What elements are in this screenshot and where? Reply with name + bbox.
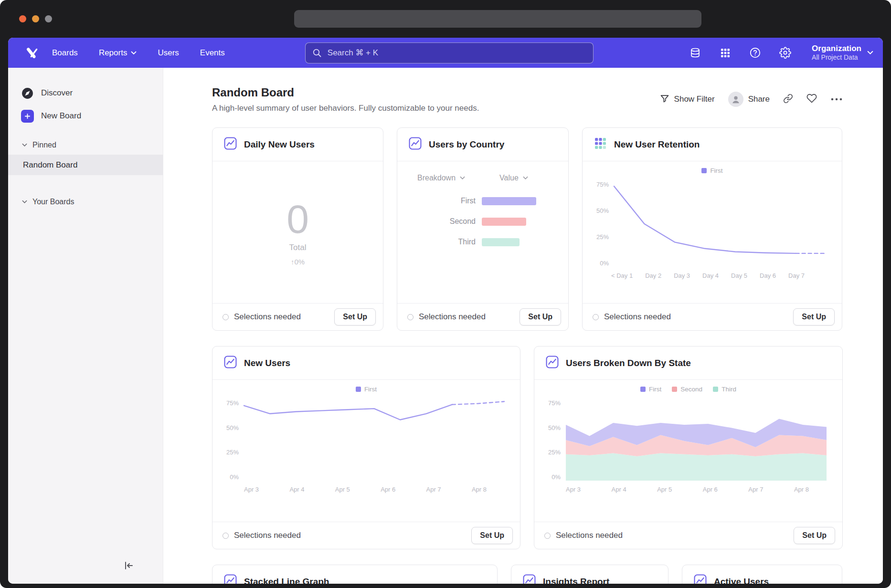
show-filter-button[interactable]: Show Filter: [660, 94, 715, 105]
nav-item-users[interactable]: Users: [158, 48, 179, 58]
sidebar-item-label: Random Board: [23, 160, 77, 170]
card-stacked-line-graph: Stacked Line Graph: [212, 565, 498, 584]
sidebar-section-label: Pinned: [32, 141, 56, 149]
sidebar-item-discover[interactable]: Discover: [8, 82, 163, 104]
bar-label: First: [397, 197, 476, 205]
board-actions: Show Filter Share: [660, 92, 843, 107]
sidebar-collapse-button[interactable]: [122, 559, 135, 572]
legend-swatch-second: [672, 387, 677, 392]
retention-grid-icon: [594, 137, 607, 152]
page-subtitle: A high-level summary of user behaviors. …: [212, 104, 479, 113]
sidebar-section-pinned[interactable]: Pinned: [8, 136, 163, 155]
nav-items: Boards Reports Users Events: [52, 48, 225, 58]
card-title: Users by Country: [429, 139, 504, 150]
line-chart-icon: [224, 574, 237, 584]
card-title: Stacked Line Graph: [244, 577, 329, 584]
chevron-down-icon: [867, 51, 873, 55]
avatar: [728, 92, 743, 107]
card-title: Active Users: [714, 577, 769, 584]
nav-item-reports[interactable]: Reports: [99, 48, 137, 58]
chevron-down-icon: [131, 51, 137, 55]
board-header: Random Board A high-level summary of use…: [212, 86, 843, 113]
status-circle-icon: [223, 314, 229, 320]
project-name: All Project Data: [812, 53, 858, 62]
settings-gear-icon[interactable]: [779, 46, 792, 59]
chart-legend: First Second Third: [534, 386, 842, 393]
y-axis-labels: 75% 50% 25% 0%: [221, 399, 244, 481]
sidebar-section-your-boards[interactable]: Your Boards: [8, 192, 163, 211]
breakdown-dropdown[interactable]: Breakdown: [417, 174, 465, 182]
country-bar: [482, 218, 526, 226]
set-up-button[interactable]: Set Up: [794, 527, 835, 544]
status-circle-icon: [223, 533, 229, 539]
selections-needed-text: Selections needed: [419, 312, 486, 322]
card-new-user-retention: New User Retention First 75%: [582, 127, 842, 331]
set-up-button[interactable]: Set Up: [520, 308, 561, 326]
metric-value: 0: [286, 199, 309, 239]
chart-legend: First: [583, 167, 842, 174]
card-active-users: Active Users: [682, 565, 842, 584]
zoom-window-button[interactable]: [45, 15, 52, 22]
retention-line-chart: [614, 181, 826, 267]
chevron-down-icon: [22, 143, 27, 147]
card-title: Users Broken Down By State: [566, 358, 691, 368]
metric-delta: ↑0%: [291, 258, 305, 266]
chevron-down-icon: [22, 200, 27, 204]
search-icon: [312, 48, 322, 60]
card-title: Insights Report: [543, 577, 609, 584]
more-options-icon[interactable]: [830, 95, 843, 104]
sidebar-item-new-board[interactable]: New Board: [8, 105, 163, 127]
sidebar-item-label: Discover: [41, 88, 73, 98]
card-daily-new-users: Daily New Users 0 Total ↑0%: [212, 127, 383, 331]
selections-needed-text: Selections needed: [604, 312, 671, 322]
country-bar: [482, 238, 520, 246]
status-circle-icon: [407, 314, 414, 320]
help-icon[interactable]: [749, 46, 762, 59]
line-chart-icon: [694, 574, 707, 584]
share-button[interactable]: Share: [728, 92, 770, 107]
close-window-button[interactable]: [19, 15, 26, 22]
y-axis-labels: 75% 50% 25% 0%: [543, 399, 566, 481]
app-container: Boards Reports Users Events: [8, 38, 883, 584]
browser-url-bar[interactable]: [294, 10, 701, 28]
data-management-icon[interactable]: [689, 46, 701, 59]
country-row: Third: [397, 238, 568, 246]
search-input[interactable]: [305, 42, 594, 63]
organization-switcher[interactable]: Organization All Project Data: [812, 43, 873, 62]
sidebar: Discover New Board Pinned: [8, 68, 163, 584]
card-new-users: New Users First 75% 50%: [212, 346, 520, 549]
page-title: Random Board: [212, 86, 479, 99]
navbar-right: Organization All Project Data: [689, 43, 873, 62]
status-circle-icon: [593, 314, 599, 320]
nav-item-boards[interactable]: Boards: [52, 48, 78, 58]
favorite-heart-icon[interactable]: [806, 93, 817, 105]
legend-swatch-first: [640, 387, 646, 392]
card-users-by-state: Users Broken Down By State First Second …: [534, 346, 843, 549]
plus-icon: [21, 110, 34, 123]
card-users-by-country: Users by Country Breakdown: [397, 127, 569, 331]
minimize-window-button[interactable]: [32, 15, 39, 22]
line-chart-icon: [224, 356, 237, 370]
set-up-button[interactable]: Set Up: [334, 308, 376, 326]
line-chart-icon: [523, 574, 536, 584]
selections-needed-text: Selections needed: [234, 531, 301, 540]
country-bar: [482, 197, 536, 205]
x-axis-labels: < Day 1 Day 2 Day 3 Day 4 Day 5 Day 6 Da…: [583, 272, 842, 279]
country-row: First: [397, 197, 568, 205]
nav-item-events[interactable]: Events: [200, 48, 225, 58]
line-chart-icon: [224, 137, 237, 152]
filter-funnel-icon: [660, 94, 669, 105]
set-up-button[interactable]: Set Up: [471, 527, 513, 544]
value-dropdown[interactable]: Value: [499, 174, 528, 182]
set-up-button[interactable]: Set Up: [793, 308, 835, 326]
sidebar-item-random-board[interactable]: Random Board: [8, 155, 163, 175]
copy-link-icon[interactable]: [783, 94, 793, 105]
stacked-area-chart: [566, 399, 827, 481]
x-axis-labels: Apr 3 Apr 4 Apr 5 Apr 6 Apr 7 Apr 8: [534, 486, 842, 493]
browser-window: Boards Reports Users Events: [0, 0, 891, 588]
apps-grid-icon[interactable]: [719, 46, 732, 59]
main-content: Random Board A high-level summary of use…: [163, 68, 883, 584]
y-axis-labels: 75% 50% 25% 0%: [591, 181, 614, 267]
status-circle-icon: [544, 533, 551, 539]
mixpanel-logo[interactable]: [26, 46, 40, 60]
